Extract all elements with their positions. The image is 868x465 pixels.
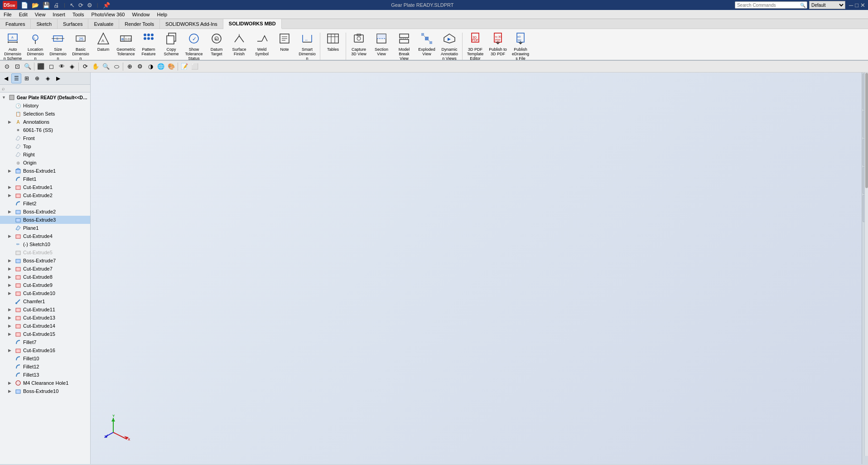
tree-root-item[interactable]: ▼ Gear Plate READY (Default<<Default> [0,93,90,102]
tab-solidworks-mbd[interactable]: SOLIDWORKS MBD [223,19,282,29]
new-button[interactable]: 📄 [21,2,28,9]
menu-view[interactable]: View [31,10,49,19]
tree-front-plane-item[interactable]: Front [0,134,90,142]
cut-extrude15-expand-icon[interactable]: ▶ [8,332,14,336]
tree-top-plane-item[interactable]: Top [0,142,90,150]
cut-extrude13-expand-icon[interactable]: ▶ [8,315,14,320]
zoom-box-icon[interactable]: ⬭ [111,62,121,72]
cut-extrude8-expand-icon[interactable]: ▶ [8,275,14,279]
tab-solidworks-addins[interactable]: SOLIDWORKS Add-Ins [160,19,223,29]
tree-boss-extrude1-item[interactable]: ▶ Boss-Extrude1 [0,167,90,175]
exploded-view-button[interactable]: Exploded View [416,31,438,56]
show-tolerance-status-button[interactable]: ✓ Show Tolerance Status [183,31,205,56]
zoom-in-icon[interactable]: 🔍 [23,62,33,72]
tree-cut-extrude15-item[interactable]: ▶ Cut-Extrude15 [0,330,90,338]
menu-insert[interactable]: Insert [49,10,69,19]
tree-cut-extrude9-item[interactable]: ▶ Cut-Extrude9 [0,281,90,289]
tables-button[interactable]: Tables [322,31,344,56]
publish-to-3d-pdf-button[interactable]: to 3DPDF Publish to 3D PDF [487,31,509,56]
cut-extrude10-expand-icon[interactable]: ▶ [8,291,14,295]
datum-button[interactable]: A Datum [92,31,114,56]
m4-clearance-expand-icon[interactable]: ▶ [8,381,14,385]
property-manager-btn[interactable]: ⊞ [22,73,32,83]
view-selector-icon[interactable]: ⊙ [2,62,12,72]
zoom-icon[interactable]: 🔍 [101,62,111,72]
cut-extrude4-expand-icon[interactable]: ▶ [8,234,14,238]
boss-extrude2-expand-icon[interactable]: ▶ [8,209,14,214]
tree-fillet12-item[interactable]: Fillet12 [0,363,90,371]
display-annotation-icon[interactable]: ⬜ [190,62,200,72]
menu-window[interactable]: Window [128,10,153,19]
menu-tools[interactable]: Tools [69,10,88,19]
boss-extrude1-expand-icon[interactable]: ▶ [8,169,14,173]
tree-cut-extrude16-item[interactable]: ▶ Cut-Extrude16 [0,346,90,354]
standard-views-icon[interactable]: ⬛ [36,62,46,72]
tree-boss-extrude10-item[interactable]: ▶ Boss-Extrude10 [0,387,90,395]
weld-symbol-button[interactable]: Weld Symbol [251,31,273,56]
tab-render-tools[interactable]: Render Tools [119,19,160,29]
basic-dimension-button[interactable]: 25 Basic Dimension [70,31,92,56]
print-button[interactable]: 🖨 [53,2,59,9]
tree-m4-clearance-hole1-item[interactable]: ▶ M4 Clearance Hole1 [0,379,90,387]
smart-dimension-button[interactable]: ↔ Smart Dimension [296,31,318,56]
capture-3d-view-button[interactable]: Capture 3D View [348,31,370,56]
open-button[interactable]: 📂 [32,2,39,9]
cut-extrude16-expand-icon[interactable]: ▶ [8,348,14,353]
left-arrow-btn[interactable]: ◀ [1,73,11,83]
config-manager-btn[interactable]: ⊕ [32,73,42,83]
rebuild-button[interactable]: ⟳ [78,2,83,9]
datum-target-button[interactable]: A1 Datum Target [206,31,227,56]
model-break-view-button[interactable]: Model Break View [393,31,415,56]
location-dimension-button[interactable]: L Location Dimension [24,31,46,56]
tree-fillet10-item[interactable]: Fillet10 [0,354,90,363]
tree-right-plane-item[interactable]: Right [0,150,90,159]
tree-cut-extrude2-item[interactable]: ▶ Cut-Extrude2 [0,191,90,199]
tree-boss-extrude3-item[interactable]: Boss-Extrude3 [0,216,90,224]
tree-sketch10-item[interactable]: ✏ (-) Sketch10 [0,240,90,248]
3d-pdf-template-editor-button[interactable]: 3DPDF 3D PDF Template Editor [464,31,486,56]
tree-material-item[interactable]: ≡ 6061-T6 (SS) [0,126,90,134]
tree-cut-extrude10-item[interactable]: ▶ Cut-Extrude10 [0,289,90,297]
annotation-icon[interactable]: 📝 [179,62,189,72]
tree-fillet2-item[interactable]: Fillet2 [0,199,90,208]
cut-extrude11-expand-icon[interactable]: ▶ [8,307,14,312]
tree-cut-extrude11-item[interactable]: ▶ Cut-Extrude11 [0,305,90,314]
right-arrow-btn[interactable]: ▶ [53,73,63,83]
tree-boss-extrude7-item[interactable]: ▶ Boss-Extrude7 [0,257,90,265]
tree-cut-extrude4-item[interactable]: ▶ Cut-Extrude4 [0,232,90,240]
tree-cut-extrude8-item[interactable]: ▶ Cut-Extrude8 [0,273,90,281]
boss-extrude7-expand-icon[interactable]: ▶ [8,258,14,263]
pan-icon[interactable]: ✋ [91,62,101,72]
cut-extrude2-expand-icon[interactable]: ▶ [8,193,14,198]
render-tools-icon[interactable]: 🎨 [166,62,176,72]
tab-surfaces[interactable]: Surfaces [58,19,88,29]
size-dimension-button[interactable]: S Size Dimension [47,31,69,56]
tree-fillet1-item[interactable]: Fillet1 [0,175,90,183]
auto-dimension-scheme-button[interactable]: A Auto Dimension Scheme [2,31,24,56]
pattern-feature-button[interactable]: Pattern Feature [138,31,159,56]
menu-help[interactable]: Help [154,10,171,19]
tree-cut-extrude5-item[interactable]: Cut-Extrude5 [0,248,90,257]
tree-cut-extrude7-item[interactable]: ▶ Cut-Extrude7 [0,265,90,273]
publish-edrawings-file-button[interactable]: eDraw Publish eDrawings File [510,31,531,56]
display-style-icon[interactable]: ◈ [67,62,77,72]
cut-extrude7-expand-icon[interactable]: ▶ [8,266,14,271]
tree-cut-extrude14-item[interactable]: ▶ Cut-Extrude14 [0,322,90,330]
tree-plane1-item[interactable]: Plane1 [0,224,90,232]
scene-icon[interactable]: 🌐 [156,62,166,72]
zoom-to-fit-icon[interactable]: ⊡ [12,62,22,72]
tree-chamfer1-item[interactable]: Chamfer1 [0,297,90,305]
tree-origin-item[interactable]: ⊕ Origin [0,159,90,167]
tree-selection-sets-item[interactable]: 📋 Selection Sets [0,110,90,118]
tree-fillet7-item[interactable]: Fillet7 [0,338,90,346]
search-input[interactable] [735,2,799,8]
tab-sketch[interactable]: Sketch [31,19,58,29]
tree-cut-extrude1-item[interactable]: ▶ Cut-Extrude1 [0,183,90,191]
tree-fillet13-item[interactable]: Fillet13 [0,371,90,379]
tab-features[interactable]: Features [0,19,31,29]
menu-edit[interactable]: Edit [15,10,31,19]
tree-annotations-item[interactable]: ▶ A Annotations [0,118,90,126]
close-button[interactable]: ✕ [860,2,865,9]
dynamic-annotation-views-button[interactable]: ▶ Dynamic Annotation Views [439,31,460,56]
tree-boss-extrude2-item[interactable]: ▶ Boss-Extrude2 [0,208,90,216]
